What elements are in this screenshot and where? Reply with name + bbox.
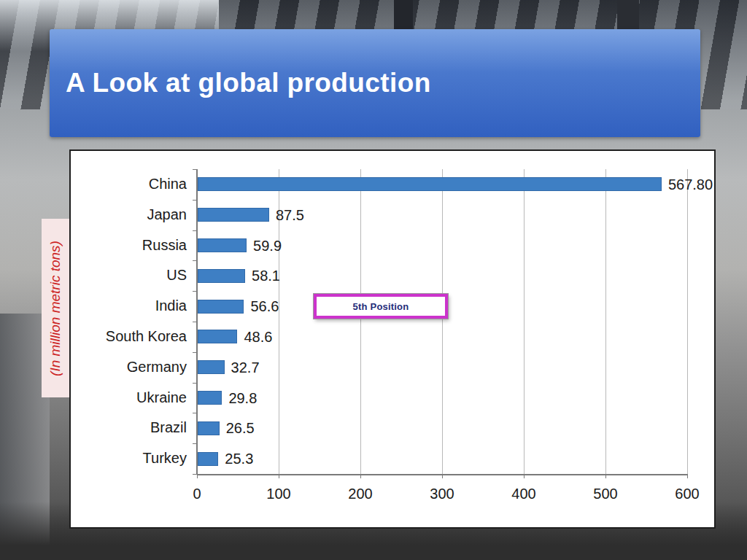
bar-south-korea: [198, 330, 237, 343]
gridline: [524, 169, 525, 474]
bar-germany: [198, 360, 225, 374]
x-tick-label: 200: [348, 486, 372, 502]
value-label: 26.5: [226, 420, 255, 437]
category-tick: [193, 200, 197, 201]
background-beam-icon: [617, 0, 639, 29]
bar-russia: [198, 238, 247, 252]
background-beam-icon: [394, 0, 413, 32]
value-label: 56.6: [250, 298, 279, 315]
category-tick: [193, 230, 197, 231]
category-tick: [193, 291, 197, 292]
category-label: South Korea: [71, 328, 187, 345]
gridline: [360, 169, 361, 474]
bar-japan: [198, 208, 269, 222]
x-tick-label: 600: [675, 486, 699, 502]
category-tick: [193, 352, 197, 353]
category-tick: [193, 169, 197, 170]
slide: { "slide": { "title": "A Look at global …: [0, 0, 747, 560]
y-axis-unit-text: (In million metric tons): [42, 219, 69, 397]
x-tick-label: 500: [593, 486, 617, 502]
chart-panel: 5th Position 0100200300400500600China567…: [69, 149, 716, 529]
category-label: Russia: [71, 237, 187, 254]
category-label: India: [71, 298, 187, 314]
value-label: 567.80: [668, 176, 713, 193]
annotation-text: 5th Position: [353, 301, 409, 312]
category-tick: [193, 474, 197, 475]
category-label: US: [71, 267, 187, 284]
gridline: [442, 169, 443, 474]
slide-title: A Look at global production: [50, 68, 431, 98]
x-tick-label: 400: [511, 486, 535, 502]
value-label: 48.6: [244, 329, 272, 346]
category-tick: [193, 383, 197, 384]
category-tick: [193, 322, 197, 322]
category-label: Turkey: [71, 450, 187, 467]
value-label: 58.1: [252, 268, 280, 284]
value-label: 29.8: [228, 390, 257, 407]
category-tick: [193, 443, 197, 444]
chart-area: 5th Position 0100200300400500600China567…: [71, 151, 714, 527]
x-axis-line: [197, 474, 687, 475]
value-label: 87.5: [276, 207, 304, 224]
value-label: 59.9: [253, 238, 282, 254]
category-tick: [193, 413, 197, 413]
gridline: [687, 169, 688, 474]
bar-brazil: [198, 421, 220, 435]
value-label: 25.3: [225, 451, 253, 467]
gridline: [605, 169, 606, 474]
bar-ukraine: [198, 391, 222, 405]
value-label: 32.7: [231, 359, 260, 376]
category-label: China: [71, 176, 187, 192]
bar-turkey: [198, 452, 218, 466]
category-label: Brazil: [71, 419, 187, 436]
y-axis-unit-label: (In million metric tons): [42, 219, 69, 397]
x-axis-tick: [687, 474, 688, 478]
bar-india: [198, 300, 244, 314]
bar-us: [198, 269, 245, 283]
annotation-callout: 5th Position: [314, 294, 448, 319]
x-tick-label: 300: [430, 486, 454, 502]
category-label: Japan: [71, 206, 187, 223]
category-tick: [193, 260, 197, 261]
title-banner: A Look at global production: [50, 29, 700, 137]
bar-china: [198, 177, 662, 191]
category-label: Germany: [71, 359, 187, 376]
x-tick-label: 0: [193, 486, 201, 502]
category-label: Ukraine: [71, 389, 187, 406]
x-tick-label: 100: [266, 486, 290, 502]
